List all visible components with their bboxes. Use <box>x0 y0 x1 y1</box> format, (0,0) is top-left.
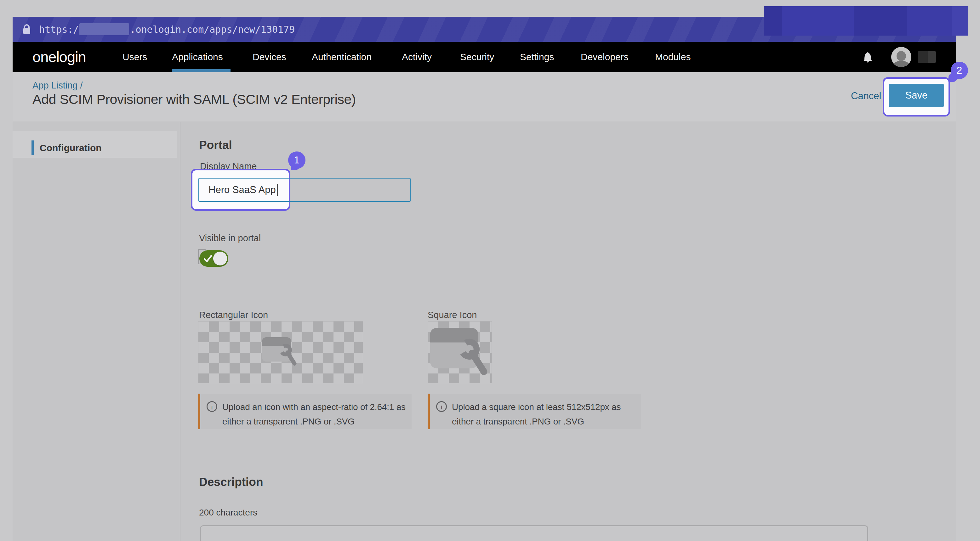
description-heading: Description <box>199 476 263 489</box>
nav-item-settings[interactable]: Settings <box>520 42 554 72</box>
username-redacted-block <box>918 51 936 63</box>
square-icon-info-text: Upload a square icon at least 512x512px … <box>452 400 636 429</box>
user-avatar[interactable] <box>891 47 912 67</box>
check-icon <box>204 255 212 262</box>
onelogin-logo[interactable]: onelogin <box>32 48 86 65</box>
display-name-input[interactable]: Hero SaaS App <box>198 178 410 202</box>
active-nav-underline <box>172 69 231 72</box>
toggle-knob <box>213 251 227 266</box>
url-suffix: .onelogin.com/apps/new/130179 <box>130 24 295 35</box>
rectangular-icon-label: Rectangular Icon <box>199 310 268 320</box>
notifications-bell-icon[interactable] <box>862 50 873 65</box>
cancel-button[interactable]: Cancel <box>851 91 881 102</box>
top-navigation-bar: onelogin Users Applications Devices Auth… <box>13 42 956 72</box>
top-right-redaction-block <box>764 6 968 36</box>
url-redacted-block <box>80 23 129 35</box>
text-cursor <box>277 184 278 196</box>
avatar-head-shape <box>897 51 906 61</box>
sidebar-active-indicator <box>32 140 34 155</box>
nav-item-devices[interactable]: Devices <box>253 42 286 72</box>
onelogin-admin-page: https:/ .onelogin.com/apps/new/130179 on… <box>0 0 980 541</box>
nav-item-activity[interactable]: Activity <box>402 42 432 72</box>
description-input[interactable] <box>200 525 868 541</box>
page-header: App Listing / Add SCIM Provisioner with … <box>13 72 956 122</box>
display-name-value: Hero SaaS App <box>208 184 276 196</box>
url-prefix: https:/ <box>39 24 79 35</box>
nav-item-modules[interactable]: Modules <box>655 42 690 72</box>
nav-item-authentication[interactable]: Authentication <box>312 42 372 72</box>
nav-item-security[interactable]: Security <box>460 42 494 72</box>
sidebar-divider <box>180 122 180 541</box>
visible-in-portal-toggle[interactable] <box>199 250 228 267</box>
page-title: Add SCIM Provisioner with SAML (SCIM v2 … <box>32 92 356 107</box>
nav-item-developers[interactable]: Developers <box>581 42 628 72</box>
sidebar-item-label: Configuration <box>40 143 102 153</box>
description-char-limit: 200 characters <box>199 508 257 518</box>
info-icon: i <box>207 401 217 412</box>
nav-item-applications[interactable]: Applications <box>172 42 223 72</box>
annotation-2-badge: 2 <box>951 62 968 79</box>
save-button[interactable]: Save <box>889 84 944 107</box>
lock-icon <box>23 24 31 35</box>
app-window-wrench-icon <box>261 336 299 367</box>
url-text: https:/ .onelogin.com/apps/new/130179 <box>39 23 295 35</box>
app-window-wrench-icon <box>429 326 491 377</box>
visible-in-portal-label: Visible in portal <box>199 233 261 243</box>
rectangular-icon-info: i Upload an icon with an aspect-ratio of… <box>198 394 412 429</box>
info-icon: i <box>436 401 447 412</box>
avatar-torso-shape <box>892 61 910 67</box>
square-icon-info: i Upload a square icon at least 512x512p… <box>428 394 641 429</box>
portal-heading: Portal <box>199 138 232 152</box>
breadcrumb[interactable]: App Listing / <box>32 80 83 91</box>
square-icon-label: Square Icon <box>428 310 477 320</box>
rectangular-icon-info-text: Upload an icon with an aspect-ratio of 2… <box>222 400 407 429</box>
nav-item-users[interactable]: Users <box>123 42 147 72</box>
annotation-1-badge: 1 <box>288 151 305 169</box>
